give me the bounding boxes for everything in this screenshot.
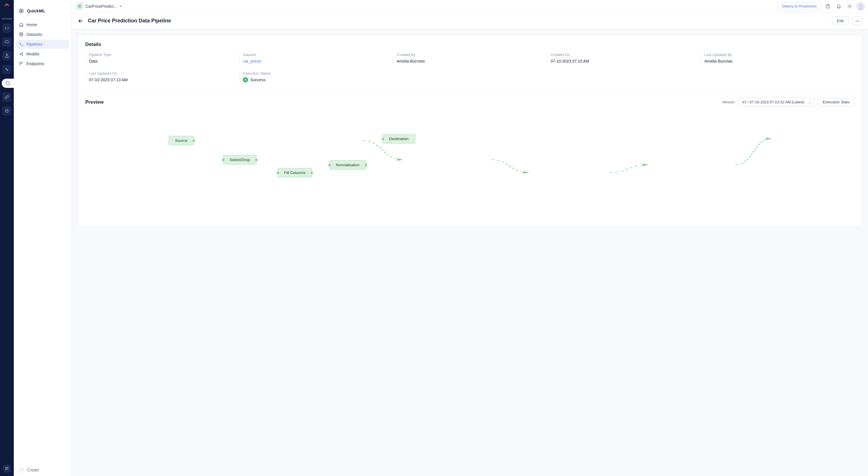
settings-button[interactable] [846, 2, 854, 10]
detail-label: Execution Status [243, 71, 393, 76]
node-select-drop[interactable]: Select/Drop [223, 155, 257, 165]
flag-icon [19, 61, 24, 66]
node-source[interactable]: Source [168, 136, 194, 145]
pipeline-icon [19, 42, 24, 47]
sidebar-brand-label: QuickML [27, 8, 45, 13]
node-fill-columns[interactable]: Fill Columns [278, 168, 312, 177]
preview-header: Preview Version V1 / 07-10-2023 07:13:32… [85, 98, 855, 107]
detail-pipeline-type: Pipeline Type Data [85, 53, 239, 64]
sidebar-item-models[interactable]: Models [16, 49, 69, 59]
plus-icon: + [19, 467, 24, 473]
svg-point-20 [858, 20, 859, 21]
more-menu-button[interactable] [852, 17, 862, 26]
project-name: CarPricePredict... [86, 4, 117, 9]
topbar: C CarPricePredict... ▼ Deploy to Product… [72, 0, 868, 12]
sidebar-item-endpoints[interactable]: Endpoints [16, 59, 69, 68]
detail-value: Amelia Burrows [704, 59, 733, 63]
sidebar-item-label: Endpoints [26, 61, 44, 66]
rail-apps-button[interactable] [3, 465, 11, 473]
home-icon [19, 22, 24, 27]
node-destination[interactable]: Destination [383, 134, 415, 144]
detail-created-on: Created On 07-10-2023 07:10 AM [547, 53, 701, 64]
deploy-button[interactable]: Deploy to Production [778, 2, 821, 10]
services-label: Services [2, 17, 12, 20]
models-icon [19, 52, 24, 56]
pipeline-canvas: Source Select/Drop Fill Columns Normalis… [85, 109, 855, 218]
svg-rect-5 [7, 467, 8, 468]
detail-exec-status: Execution Status Success [239, 71, 393, 82]
svg-rect-4 [5, 467, 7, 468]
rail-item-bot[interactable] [2, 106, 11, 115]
sidebar: QuickML Home Datasets Pipelines Models E… [14, 0, 72, 476]
node-label: Destination [389, 137, 409, 141]
details-card: Details Pipeline Type Data Dataset car_p… [78, 35, 862, 226]
detail-value: Data [89, 59, 98, 63]
rail-item-code[interactable] [2, 24, 11, 33]
back-button[interactable] [78, 18, 84, 24]
details-heading: Details [85, 41, 855, 48]
node-label: Fill Columns [284, 171, 305, 175]
rail-item-cloud[interactable] [2, 37, 11, 47]
node-port [255, 159, 257, 161]
svg-point-1 [5, 109, 9, 113]
sidebar-item-label: Home [26, 22, 37, 27]
svg-point-19 [857, 20, 858, 21]
dataset-link[interactable]: car_prices [243, 59, 261, 63]
chevron-down-icon: ⌄ [809, 100, 811, 104]
detail-value: 07-10-2023 07:10 AM [551, 59, 589, 63]
version-select[interactable]: V1 / 07-10-2023 07:13:32 AM (Latest) ⌄ [738, 98, 815, 107]
main-column: C CarPricePredict... ▼ Deploy to Product… [72, 0, 868, 476]
app-logo [4, 3, 10, 10]
edit-button[interactable]: Edit [832, 17, 848, 25]
detail-value: 07-10-2023 07:13 AM [89, 78, 128, 82]
sidebar-create-label: Create [27, 468, 39, 472]
sidebar-create-button[interactable]: + Create [14, 464, 71, 476]
arrow-left-icon [78, 18, 84, 24]
detail-value: Amelia Burrows [397, 59, 425, 63]
gear-icon [847, 4, 852, 9]
svg-point-18 [856, 20, 856, 21]
caret-down-icon: ▼ [119, 5, 122, 8]
pipeline-edges [85, 109, 855, 218]
more-horizontal-icon [855, 19, 860, 23]
detail-label: Last Updated On [89, 71, 239, 76]
node-port [222, 159, 224, 161]
rail-item-flask[interactable] [2, 51, 11, 60]
services-rail: Services [0, 0, 14, 476]
sidebar-item-label: Datasets [26, 32, 42, 37]
rail-item-link[interactable] [2, 92, 11, 101]
sidebar-item-home[interactable]: Home [16, 20, 69, 29]
sidebar-item-datasets[interactable]: Datasets [16, 30, 69, 39]
details-grid: Pipeline Type Data Dataset car_prices Cr… [85, 53, 855, 82]
detail-updated-by: Last Updated By Amelia Burrows [701, 53, 855, 64]
user-avatar[interactable] [857, 2, 865, 10]
execution-stats-button[interactable]: Execution Stats [818, 98, 855, 106]
node-port [193, 140, 195, 142]
rail-item-quickml[interactable] [2, 79, 14, 88]
svg-point-16 [849, 5, 850, 7]
detail-updated-on: Last Updated On 07-10-2023 07:13 AM [85, 71, 239, 82]
node-label: Select/Drop [229, 158, 250, 162]
svg-point-10 [20, 43, 21, 43]
svg-point-11 [22, 45, 23, 46]
help-button[interactable] [824, 2, 832, 10]
svg-point-13 [22, 53, 23, 53]
sidebar-brand: QuickML [14, 5, 71, 17]
project-avatar: C [76, 3, 83, 10]
detail-label: Last Updated By [704, 53, 855, 57]
rail-item-integrations[interactable] [2, 65, 11, 74]
detail-label: Created By [397, 53, 547, 57]
content-area: Details Pipeline Type Data Dataset car_p… [72, 29, 868, 476]
svg-point-9 [20, 32, 23, 34]
detail-label: Pipeline Type [89, 53, 239, 57]
svg-point-2 [6, 111, 6, 111]
sidebar-item-pipelines[interactable]: Pipelines [16, 40, 69, 49]
database-icon [19, 32, 24, 37]
project-selector[interactable]: C CarPricePredict... ▼ [76, 3, 122, 10]
notifications-button[interactable] [835, 2, 843, 10]
svg-point-12 [20, 54, 21, 55]
node-port [277, 172, 279, 174]
node-normalisation[interactable]: Normalisation [329, 160, 366, 170]
bell-icon [836, 4, 841, 9]
preview-heading: Preview [85, 99, 104, 105]
